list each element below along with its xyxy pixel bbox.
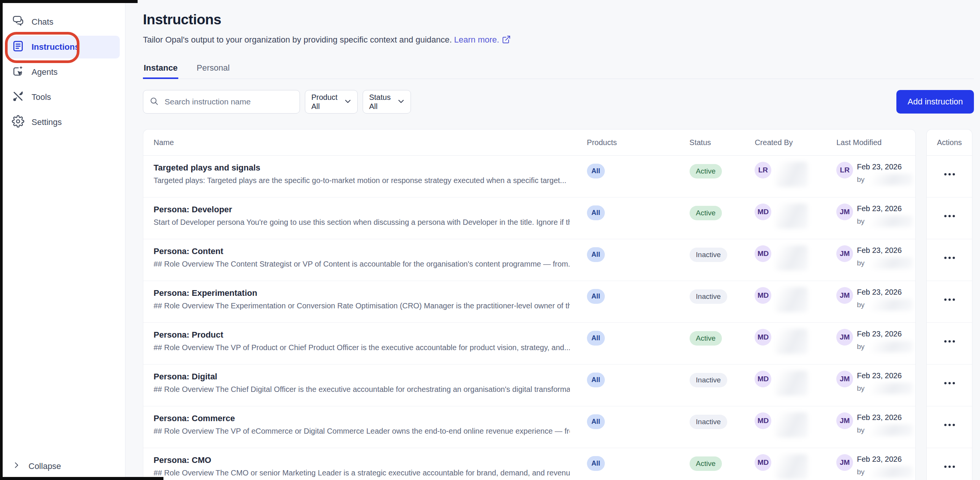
learn-more-link[interactable]: Learn more. [454, 35, 511, 44]
created-by-name-redacted [775, 329, 808, 354]
modified-by-label: by [857, 384, 864, 393]
modified-by-name-redacted [868, 466, 913, 478]
instruction-name: Persona: CMO [154, 455, 587, 465]
row-actions-cell [927, 198, 972, 239]
ellipsis-icon [944, 382, 947, 384]
collapse-label: Collapse [29, 461, 61, 471]
modified-by-avatar: LR [836, 162, 853, 179]
instruction-name: Persona: Experimentation [154, 288, 587, 298]
tab-personal[interactable]: Personal [196, 63, 231, 79]
sidebar-item-instructions[interactable]: Instructions [8, 36, 120, 59]
row-actions-cell [927, 448, 972, 480]
gear-icon [12, 115, 24, 130]
instruction-description: ## Role Overview The VP of eCommerce or … [154, 427, 570, 436]
instruction-description: ## Role Overview The Chief Digital Offic… [154, 385, 570, 394]
status-badge: Active [690, 206, 722, 220]
external-link-icon [499, 35, 511, 44]
modified-by-avatar: JM [836, 454, 853, 471]
instruction-name: Persona: Content [154, 246, 587, 256]
agents-icon [12, 65, 24, 80]
modified-date: Feb 23, 2026 [857, 454, 913, 464]
modified-by-name-redacted [868, 257, 913, 269]
row-actions-menu-button[interactable] [942, 296, 957, 303]
search-box [143, 90, 300, 114]
instructions-icon [12, 40, 24, 55]
modified-date: Feb 23, 2026 [857, 245, 913, 255]
products-badge: All [587, 164, 605, 179]
column-header-status: Status [690, 138, 755, 147]
tab-instance[interactable]: Instance [143, 63, 178, 79]
tab-bar: Instance Personal [143, 63, 974, 79]
table-main-card: Name Products Status Created By Last Mod… [143, 129, 916, 480]
table-row[interactable]: Persona: Developer Start of Developer pe… [143, 198, 915, 239]
products-badge: All [587, 289, 605, 304]
created-by-avatar: MD [754, 371, 771, 387]
modified-by-avatar: JM [836, 329, 853, 345]
instruction-name: Targeted plays and signals [154, 163, 587, 173]
row-actions-cell [927, 281, 972, 323]
row-actions-menu-button[interactable] [942, 421, 957, 428]
modified-by-avatar: JM [836, 204, 853, 220]
table-row[interactable]: Persona: Content ## Role Overview The Co… [143, 239, 915, 281]
row-actions-menu-button[interactable] [942, 380, 957, 387]
sidebar-item-tools[interactable]: Tools [8, 86, 120, 109]
modified-by-name-redacted [868, 174, 913, 185]
modified-by-name-redacted [868, 299, 913, 310]
instruction-description: ## Role Overview The Experimentation or … [154, 301, 570, 310]
toolbar: Product All Status All Add instruction [143, 90, 974, 114]
modified-date: Feb 23, 2026 [857, 329, 913, 338]
column-header-created-by: Created By [754, 138, 836, 147]
row-actions-menu-button[interactable] [942, 254, 957, 261]
search-input[interactable] [164, 97, 293, 107]
products-badge: All [587, 372, 605, 387]
modified-by-avatar: JM [836, 412, 853, 429]
status-filter-dropdown[interactable]: Status All [363, 90, 411, 114]
sidebar-item-chats[interactable]: Chats [8, 11, 120, 33]
created-by-avatar: LR [754, 162, 771, 179]
column-header-products: Products [587, 138, 690, 147]
created-by-name-redacted [775, 371, 808, 396]
table-row[interactable]: Persona: Digital ## Role Overview The Ch… [143, 364, 915, 406]
sidebar: Chats Instructions Agents [0, 0, 126, 480]
column-header-actions: Actions [927, 130, 972, 156]
modified-by-label: by [857, 259, 864, 267]
sidebar-item-label: Instructions [32, 42, 80, 52]
product-filter-value: All [311, 102, 337, 111]
row-actions-menu-button[interactable] [942, 171, 957, 178]
created-by-name-redacted [775, 204, 808, 229]
ellipsis-icon [944, 215, 947, 217]
search-icon [150, 97, 159, 108]
ellipsis-icon [944, 173, 947, 176]
table-row[interactable]: Targeted plays and signals Targeted play… [143, 156, 915, 198]
instruction-description: Targeted plays: Targeted plays are the s… [154, 176, 570, 185]
chevron-down-icon [343, 97, 352, 107]
row-actions-menu-button[interactable] [942, 338, 957, 345]
row-actions-menu-button[interactable] [942, 463, 957, 470]
modified-by-label: by [857, 301, 864, 309]
modified-by-avatar: JM [836, 371, 853, 387]
modified-by-avatar: JM [836, 245, 853, 262]
screenshot-edge-top [0, 0, 138, 3]
sidebar-item-settings[interactable]: Settings [8, 111, 120, 134]
chevron-down-icon [396, 97, 406, 107]
main-content: Instructions Tailor Opal's output to you… [126, 0, 980, 480]
status-badge: Inactive [690, 247, 727, 262]
modified-by-label: by [857, 342, 864, 351]
row-actions-cell [927, 156, 972, 198]
ellipsis-icon [944, 340, 947, 342]
sidebar-item-agents[interactable]: Agents [8, 61, 120, 84]
actions-column-body [927, 156, 972, 480]
table-row[interactable]: Persona: Product ## Role Overview The VP… [143, 323, 915, 364]
row-actions-menu-button[interactable] [942, 213, 957, 220]
created-by-avatar: MD [754, 287, 771, 304]
product-filter-dropdown[interactable]: Product All [305, 90, 358, 114]
modified-by-label: by [857, 176, 864, 184]
status-badge: Active [690, 456, 722, 471]
collapse-sidebar-button[interactable]: Collapse [12, 461, 61, 472]
status-filter-value: All [369, 102, 391, 111]
table-row[interactable]: Persona: CMO ## Role Overview The CMO or… [143, 448, 915, 480]
table-row[interactable]: Persona: Commerce ## Role Overview The V… [143, 406, 915, 448]
tools-icon [12, 90, 24, 105]
add-instruction-button[interactable]: Add instruction [896, 90, 974, 114]
table-row[interactable]: Persona: Experimentation ## Role Overvie… [143, 281, 915, 323]
